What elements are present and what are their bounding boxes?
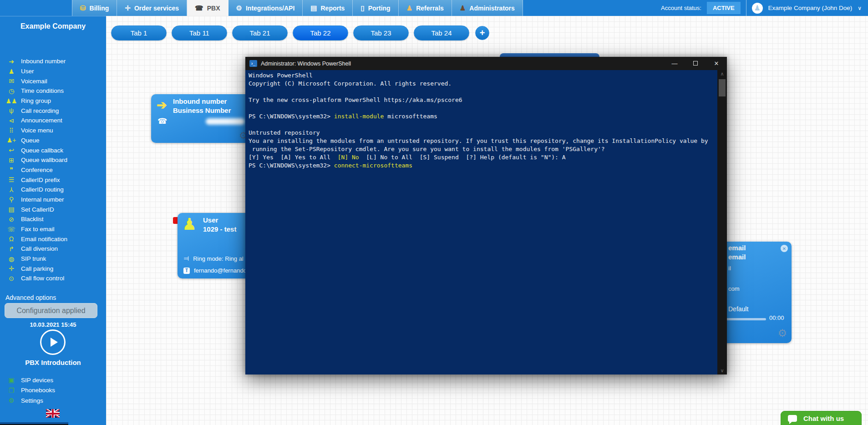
scroll-down-icon[interactable]: ∨ xyxy=(717,368,727,374)
terminal-scrollbar[interactable]: ∧ ∨ xyxy=(717,70,727,374)
sidebar-item-label: Internal number xyxy=(21,196,64,203)
sidebar-item-internal-number[interactable]: ⚲Internal number xyxy=(0,195,106,205)
phone-icon: ☎ xyxy=(157,116,167,126)
flow-canvas[interactable]: Tab 1Tab 11Tab 21Tab 22Tab 23Tab 24+ ➔ I… xyxy=(106,16,868,425)
sidebar-item-fax-to-email[interactable]: ☏Fax to email xyxy=(0,224,106,234)
inbound-number-node[interactable]: ➔ Inbound number Business Number ☎ ⚙ xyxy=(151,94,252,143)
nav-item-pbx[interactable]: ☎PBX xyxy=(187,0,228,16)
sitemap-icon: ⅄ xyxy=(5,187,17,193)
ring-strategy-icon: ⊨ xyxy=(183,255,189,262)
terminal-text: [L] No to All [S] Suspend [?] Help (defa… xyxy=(359,154,566,161)
terminal-output[interactable]: Windows PowerShellCopyright (C) Microsof… xyxy=(245,70,727,374)
node-subtitle: Business Number xyxy=(173,106,231,115)
tab-tab-24[interactable]: Tab 24 xyxy=(414,25,469,40)
sidebar-item-call-parking[interactable]: ✛Call parking xyxy=(0,263,106,273)
pbx-intro-play-button[interactable] xyxy=(40,329,66,355)
nav-item-label: Order services xyxy=(134,5,179,12)
configuration-applied-button[interactable]: Configuration applied xyxy=(5,303,97,318)
avatar[interactable]: ♟ xyxy=(752,3,763,14)
sidebar-item-conference[interactable]: ❞Conference xyxy=(0,165,106,175)
maximize-button[interactable] xyxy=(685,60,706,67)
fax-icon: ☏ xyxy=(5,226,17,233)
window-controls: — ✕ xyxy=(664,57,727,70)
cart-icon: ✛ xyxy=(125,5,131,11)
sidebar-item-sip-devices[interactable]: ▣SIP devices xyxy=(0,375,106,385)
sidebar-item-queue[interactable]: ♟+Queue xyxy=(0,136,106,146)
nav-item-reports[interactable]: ▤Reports xyxy=(303,0,353,16)
mobile-icon: ▯ xyxy=(360,5,364,11)
sidebar-item-call-recording[interactable]: ψCall recording xyxy=(0,106,106,116)
nav-item-porting[interactable]: ▯Porting xyxy=(353,0,398,16)
sidebar-item-callerid-prefix[interactable]: ☰CallerID prefix xyxy=(0,175,106,185)
user-menu-label[interactable]: Example Company (John Doe) xyxy=(768,5,853,11)
scroll-up-icon[interactable]: ∧ xyxy=(717,71,727,77)
sidebar-item-settings[interactable]: ⚙Settings xyxy=(0,395,106,406)
tab-tab-1[interactable]: Tab 1 xyxy=(111,25,167,40)
sidebar-item-ring-group[interactable]: ♟♟Ring group xyxy=(0,96,106,106)
sidebar-item-label: Voice menu xyxy=(21,127,53,134)
sidebar-item-inbound-number[interactable]: ➔Inbound number xyxy=(0,56,106,66)
company-title: Example Company xyxy=(0,16,106,30)
pin-icon: ⚲ xyxy=(5,196,17,202)
uk-flag-language-switch[interactable] xyxy=(46,409,60,418)
sidebar-item-label: SIP devices xyxy=(21,377,53,384)
undo-icon: ↩ xyxy=(5,147,17,153)
gear-icon[interactable]: ⚙ xyxy=(777,327,787,339)
sidebar-item-queue-wallboard[interactable]: ⊞Queue wallboard xyxy=(0,155,106,165)
nav-item-administrators[interactable]: ♟Administrators xyxy=(452,0,523,16)
scrollbar-thumb[interactable] xyxy=(719,79,726,96)
powershell-title-bar[interactable]: ›_ Administrator: Windows PowerShell — ✕ xyxy=(245,57,727,70)
powershell-window[interactable]: ›_ Administrator: Windows PowerShell — ✕… xyxy=(245,57,727,374)
pbx-introduction-label: PBX Introduction xyxy=(0,359,106,366)
users-icon: ♟♟ xyxy=(5,98,17,104)
sidebar-item-queue-callback[interactable]: ↩Queue callback xyxy=(0,145,106,155)
sidebar-item-label: Fax to email xyxy=(21,226,55,233)
sidebar-item-label: SIP trunk xyxy=(21,255,46,262)
sidebar-item-time-conditions[interactable]: ◷Time conditions xyxy=(0,86,106,96)
sidebar-item-announcement[interactable]: ⊲Announcement xyxy=(0,116,106,126)
globe-icon: ◍ xyxy=(5,256,17,262)
chat-label: Chat with us xyxy=(803,415,844,422)
chevron-down-icon[interactable]: ∨ xyxy=(858,5,862,11)
advanced-options-link[interactable]: Advanced options xyxy=(5,294,56,301)
sidebar-item-sip-trunk[interactable]: ◍SIP trunk xyxy=(0,254,106,264)
list-icon: ☰ xyxy=(5,177,17,183)
sidebar-item-label: Queue wallboard xyxy=(21,157,67,163)
tab-tab-11[interactable]: Tab 11 xyxy=(172,25,227,40)
terminal-text: You are installing the modules from an u… xyxy=(249,137,708,144)
sidebar-item-blacklist[interactable]: ⊘Blacklist xyxy=(0,214,106,224)
sidebar-item-email-notification[interactable]: ΩEmail notification xyxy=(0,234,106,244)
nav-item-billing[interactable]: ⛁Billing xyxy=(72,0,117,16)
terminal-text: microsoftteams xyxy=(384,113,437,120)
sidebar-item-label: CallerID routing xyxy=(21,186,64,193)
tab-tab-21[interactable]: Tab 21 xyxy=(232,25,288,40)
bottom-strip xyxy=(0,422,68,425)
user-icon: ♟ xyxy=(5,68,17,75)
sidebar-item-voicemail[interactable]: ✉Voicemail xyxy=(0,76,106,86)
add-tab-button[interactable]: + xyxy=(475,26,489,40)
terminal-text: PS C:\WINDOWS\system32> xyxy=(249,113,334,120)
nav-item-order-services[interactable]: ✛Order services xyxy=(117,0,187,16)
chat-with-us-button[interactable]: Chat with us xyxy=(781,411,862,425)
terminal-line: PS C:\WINDOWS\system32> connect-microsof… xyxy=(249,162,713,170)
minimize-button[interactable]: — xyxy=(664,60,685,67)
sidebar-item-user[interactable]: ♟User xyxy=(0,66,106,76)
close-button[interactable]: ✕ xyxy=(706,60,727,67)
sidebar-item-label: Call diversion xyxy=(21,245,58,252)
nav-item-integrations-api[interactable]: ⚙Integrations/API xyxy=(228,0,303,16)
tab-tab-23[interactable]: Tab 23 xyxy=(353,25,409,40)
chat-icon: ❞ xyxy=(5,167,17,173)
sidebar-item-phonebooks[interactable]: ❒Phonebooks xyxy=(0,385,106,396)
terminal-text: Copyright (C) Microsoft Corporation. All… xyxy=(249,80,452,87)
sidebar-item-label: Queue callback xyxy=(21,147,63,154)
sidebar-item-set-callerid[interactable]: ▤Set CallerID xyxy=(0,204,106,214)
user-plus-icon: ♟+ xyxy=(5,137,17,143)
sidebar-item-callerid-routing[interactable]: ⅄CallerID routing xyxy=(0,185,106,195)
close-icon[interactable]: ✕ xyxy=(781,245,788,252)
tab-tab-22[interactable]: Tab 22 xyxy=(293,25,348,40)
sidebar-item-call-flow-control[interactable]: ⊙Call flow control xyxy=(0,273,106,283)
nav-item-referrals[interactable]: ♟Referrals xyxy=(399,0,452,16)
sidebar-item-call-diversion[interactable]: ↱Call diversion xyxy=(0,244,106,254)
megaphone-icon: ⊲ xyxy=(5,117,17,124)
sidebar-item-voice-menu[interactable]: ⠿Voice menu xyxy=(0,126,106,136)
